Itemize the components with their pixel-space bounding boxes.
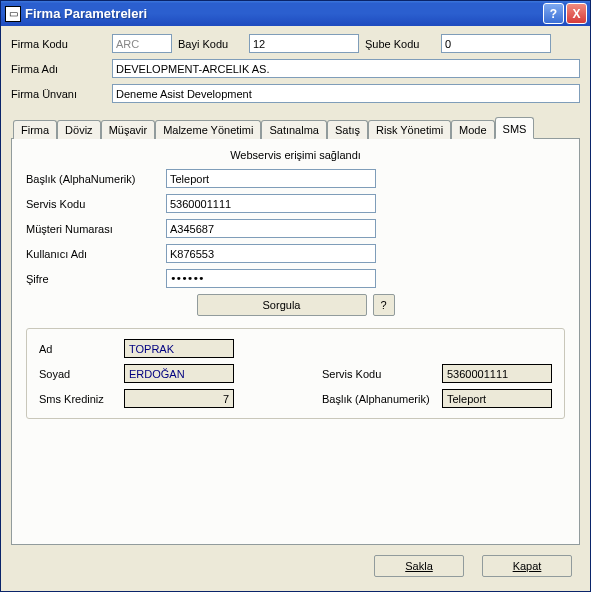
firma-kodu-input: [112, 34, 172, 53]
label-result-smskredi: Sms Krediniz: [39, 393, 124, 405]
result-ad-value: TOPRAK: [124, 339, 234, 358]
footer-buttons: Sakla Kapat: [11, 545, 580, 581]
result-servis-kodu-value: 5360001111: [442, 364, 552, 383]
window: ▭ Firma Parametreleri ? X Firma Kodu Bay…: [0, 0, 591, 592]
tab-sms[interactable]: SMS: [495, 117, 535, 139]
result-smskredi-value: 7: [124, 389, 234, 408]
sms-servis-kodu-input[interactable]: [166, 194, 376, 213]
tab-control: Firma Döviz Müşavir Malzeme Yönetimi Sat…: [11, 117, 580, 545]
window-title: Firma Parametreleri: [25, 6, 543, 21]
tab-doviz[interactable]: Döviz: [57, 120, 101, 139]
label-sms-baslik: Başlık (AlphaNumerik): [26, 173, 166, 185]
tab-musavir[interactable]: Müşavir: [101, 120, 156, 139]
label-bayi-kodu: Bayi Kodu: [178, 38, 243, 50]
tabstrip: Firma Döviz Müşavir Malzeme Yönetimi Sat…: [11, 117, 580, 138]
tab-risk[interactable]: Risk Yönetimi: [368, 120, 451, 139]
label-sms-musteri-no: Müşteri Numarası: [26, 223, 166, 235]
label-sms-servis-kodu: Servis Kodu: [26, 198, 166, 210]
sms-baslik-input[interactable]: [166, 169, 376, 188]
result-baslik-value: Teleport: [442, 389, 552, 408]
help-button[interactable]: ?: [543, 3, 564, 24]
tab-satinalma[interactable]: Satınalma: [261, 120, 327, 139]
close-button[interactable]: X: [566, 3, 587, 24]
sms-result-group: Ad TOPRAK Soyad ERDOĞAN Servis Kodu 5360…: [26, 328, 565, 419]
tab-panel-sms: Webservis erişimi sağlandı Başlık (Alpha…: [11, 138, 580, 545]
label-firma-unvani: Firma Ünvanı: [11, 88, 106, 100]
sms-sifre-input[interactable]: [166, 269, 376, 288]
label-sms-kullanici: Kullanıcı Adı: [26, 248, 166, 260]
sms-kullanici-input[interactable]: [166, 244, 376, 263]
titlebar: ▭ Firma Parametreleri ? X: [1, 1, 590, 26]
tab-firma[interactable]: Firma: [13, 120, 57, 139]
sakla-button[interactable]: Sakla: [374, 555, 464, 577]
label-result-soyad: Soyad: [39, 368, 124, 380]
result-soyad-value: ERDOĞAN: [124, 364, 234, 383]
label-firma-kodu: Firma Kodu: [11, 38, 106, 50]
firma-unvani-input[interactable]: [112, 84, 580, 103]
tab-malzeme[interactable]: Malzeme Yönetimi: [155, 120, 261, 139]
label-sube-kodu: Şube Kodu: [365, 38, 435, 50]
label-result-baslik: Başlık (Alphanumerik): [322, 393, 442, 405]
tab-mode[interactable]: Mode: [451, 120, 495, 139]
sorgula-button[interactable]: Sorgula: [197, 294, 367, 316]
kapat-button[interactable]: Kapat: [482, 555, 572, 577]
sms-musteri-no-input[interactable]: [166, 219, 376, 238]
label-result-ad: Ad: [39, 343, 124, 355]
bayi-kodu-input[interactable]: [249, 34, 359, 53]
label-firma-adi: Firma Adı: [11, 63, 106, 75]
label-result-servis-kodu: Servis Kodu: [322, 368, 442, 380]
label-sms-sifre: Şifre: [26, 273, 166, 285]
app-icon: ▭: [5, 6, 21, 22]
sms-status-text: Webservis erişimi sağlandı: [26, 149, 565, 161]
sms-help-button[interactable]: ?: [373, 294, 395, 316]
client-area: Firma Kodu Bayi Kodu Şube Kodu Firma Adı…: [1, 26, 590, 591]
tab-satis[interactable]: Satış: [327, 120, 368, 139]
firma-adi-input[interactable]: [112, 59, 580, 78]
sube-kodu-input[interactable]: [441, 34, 551, 53]
